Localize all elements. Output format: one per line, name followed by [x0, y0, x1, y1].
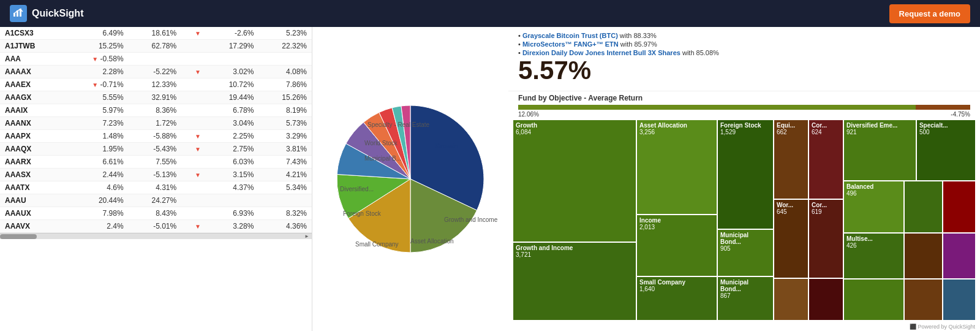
pie-chart: Growth Growth and Income Asset Allocatio…: [318, 87, 502, 271]
table-row: A1JTWB 15.25%62.78%17.29%22.32%: [0, 40, 312, 53]
ticker-cell: A1JTWB: [0, 40, 66, 53]
table-row: AAAPX 1.48%-5.88%▼2.25%3.29%: [0, 130, 312, 143]
val2-cell: 8.36%: [129, 104, 182, 117]
val2-cell: -5.43%: [129, 143, 182, 156]
down-arrow: ▼: [195, 30, 201, 37]
svg-text:Growth and Income: Growth and Income: [444, 216, 498, 223]
arrow2-cell: [181, 181, 206, 194]
right-panel: • Grayscale Bitcoin Trust (BTC) with 88.…: [508, 27, 980, 331]
down-arrow: ▼: [92, 82, 98, 88]
val2-cell: 62.78%: [129, 40, 182, 53]
val4-cell: 8.19%: [258, 104, 312, 117]
val4-cell: 7.43%: [258, 156, 312, 169]
table-row: AAARX 6.61%7.55%6.03%7.43%: [0, 156, 312, 169]
val4-cell: 15.26%: [258, 91, 312, 104]
pie-section: Growth Growth and Income Asset Allocatio…: [312, 27, 508, 331]
table-row: A1CSX3 6.49%18.61%▼-2.6%5.23%: [0, 27, 312, 40]
data-table: A1CSX3 6.49%18.61%▼-2.6%5.23%A1JTWB 15.2…: [0, 27, 312, 233]
val1-cell: 1.48%: [66, 130, 129, 143]
val4-cell: 3.81%: [258, 143, 312, 156]
table-row: AAANX 7.23%1.72%3.04%5.73%: [0, 117, 312, 130]
arrow2-cell: [181, 78, 206, 91]
val4-cell: 4.21%: [258, 169, 312, 181]
ticker-cell: AAA: [0, 53, 66, 66]
val2-cell: -5.88%: [129, 130, 182, 143]
ticker-cell: AAAIX: [0, 104, 66, 117]
tm-small-9: [943, 280, 975, 320]
val1-cell: 2.44%: [66, 169, 129, 181]
arrow2-cell: [181, 117, 206, 130]
val4-cell: 4.36%: [258, 220, 312, 233]
tm-equi: Equi... 662: [774, 120, 808, 199]
scrollbar-thumb[interactable]: [0, 234, 37, 239]
svg-text:Foreign Stock: Foreign Stock: [343, 210, 382, 217]
val1-cell: 2.4%: [66, 220, 129, 233]
scroll-right-arrow[interactable]: ►: [304, 234, 309, 239]
arrow2-cell: ▼: [181, 130, 206, 143]
val3-cell: [206, 53, 259, 66]
val3-cell: 3.15%: [206, 169, 259, 181]
table-row: AAAVX 2.4%-5.01%▼3.28%4.36%: [0, 220, 312, 233]
table-row: AAAQX 1.95%-5.43%▼2.75%3.81%: [0, 143, 312, 156]
arrow2-cell: [181, 104, 206, 117]
qs-icon-small: ⬛: [910, 324, 916, 330]
val1-cell: 7.23%: [66, 117, 129, 130]
val1-cell: ▼ -0.71%: [66, 78, 129, 91]
demo-button[interactable]: Request a demo: [889, 4, 970, 23]
val1-cell: 2.28%: [66, 66, 129, 78]
arrow2-cell: [181, 91, 206, 104]
svg-text:Diversified...: Diversified...: [340, 186, 374, 192]
val3-cell: 4.37%: [206, 181, 259, 194]
val4-cell: 5.73%: [258, 117, 312, 130]
table-row: AAASX 2.44%-5.13%▼3.15%4.21%: [0, 169, 312, 181]
val3-cell: 17.29%: [206, 40, 259, 53]
tm-small-2: [809, 279, 843, 320]
val3-cell: 3.28%: [206, 220, 259, 233]
val3-cell: 6.03%: [206, 156, 259, 169]
ticker-cell: AAASX: [0, 169, 66, 181]
tm-wor: Wor... 645: [774, 200, 808, 278]
val2-cell: 7.55%: [129, 156, 182, 169]
table-row: AAAU 20.44%24.27%: [0, 194, 312, 207]
val4-cell: 8.32%: [258, 207, 312, 220]
bar-max-label: -4.75%: [951, 111, 970, 118]
microsectors-link[interactable]: MicroSectors™ FANG+™ ETN: [522, 40, 619, 48]
svg-text:Asset Allocation: Asset Allocation: [410, 238, 454, 245]
bar-container: [508, 105, 980, 110]
horizontal-scrollbar[interactable]: ►: [0, 233, 312, 239]
arrow2-cell: [181, 194, 206, 207]
tm-muni-bond-1: Municipal Bond... 905: [718, 230, 773, 276]
val3-cell: 6.78%: [206, 104, 259, 117]
table-row: AAAEX▼ -0.71%12.33%10.72%7.86%: [0, 78, 312, 91]
down-arrow: ▼: [195, 172, 201, 178]
ticker-cell: AAATX: [0, 181, 66, 194]
ticker-cell: AAAUX: [0, 207, 66, 220]
bar-labels: 12.06% -4.75%: [508, 111, 980, 118]
val3-cell: 2.75%: [206, 143, 259, 156]
bullet-item-1: • Grayscale Bitcoin Trust (BTC) with 88.…: [518, 32, 970, 39]
val3-cell: -2.6%: [206, 27, 259, 40]
val3-cell: 10.72%: [206, 78, 259, 91]
tm-small-3: [905, 181, 942, 232]
table-row: AAAAX 2.28%-5.22%▼3.02%4.08%: [0, 66, 312, 78]
arrow2-cell: ▼: [181, 169, 206, 181]
val4-cell: [258, 194, 312, 207]
val3-cell: 3.04%: [206, 117, 259, 130]
tm-growth-income: Growth and Income 3,721: [513, 243, 636, 320]
bar-track: [518, 105, 970, 110]
val2-cell: 8.43%: [129, 207, 182, 220]
val2-cell: -5.22%: [129, 66, 182, 78]
logo-icon: [10, 5, 27, 22]
grayscale-link[interactable]: Grayscale Bitcoin Trust (BTC): [522, 32, 618, 39]
tm-muni-bond-2: Municipal Bond... 867: [718, 277, 773, 320]
ticker-cell: AAANX: [0, 117, 66, 130]
val4-cell: 5.34%: [258, 181, 312, 194]
table-row: AAAIX 5.97%8.36%6.78%8.19%: [0, 104, 312, 117]
tm-income: Income 2,013: [637, 215, 717, 275]
val3-cell: 2.25%: [206, 130, 259, 143]
val3-cell: 6.93%: [206, 207, 259, 220]
ticker-cell: AAAGX: [0, 91, 66, 104]
val1-cell: 5.97%: [66, 104, 129, 117]
table-row: AAA▼ -0.58%: [0, 53, 312, 66]
arrow2-cell: [181, 53, 206, 66]
